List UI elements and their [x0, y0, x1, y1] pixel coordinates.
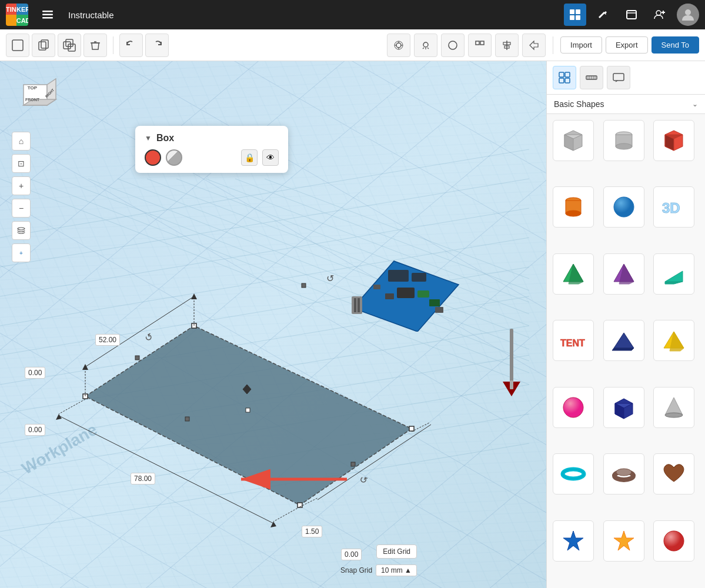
grid-panel-tab[interactable]: [553, 66, 576, 89]
shape-item-cube-blue[interactable]: [603, 387, 644, 428]
duplicate-button[interactable]: [58, 34, 81, 57]
svg-rect-101: [559, 78, 564, 83]
shape-item-star-yellow[interactable]: [603, 520, 644, 562]
depth-dimension[interactable]: 1.50: [302, 526, 322, 537]
svg-marker-128: [665, 271, 683, 282]
shape-item-text-tent[interactable]: TENT: [553, 320, 594, 361]
layers-button[interactable]: [12, 221, 31, 240]
zoom-in-button[interactable]: +: [12, 176, 31, 195]
svg-rect-83: [354, 298, 356, 312]
svg-rect-100: [565, 72, 570, 77]
menu-button[interactable]: [36, 4, 59, 26]
main-toolbar: Import Export Send To: [0, 29, 705, 61]
svg-point-98: [18, 228, 25, 230]
ground-level[interactable]: 0.00: [341, 549, 362, 560]
shape-item-wedge-teal[interactable]: [653, 253, 694, 295]
toolbar-separator-1: [113, 36, 113, 54]
tools-button[interactable]: [592, 4, 614, 26]
add-plane-button[interactable]: +: [12, 243, 31, 262]
shape-item-sphere-pink[interactable]: [553, 387, 594, 428]
align-button[interactable]: [495, 34, 519, 57]
app-logo[interactable]: TIN KER CAD: [6, 4, 28, 26]
color-row: 🔒 👁: [145, 149, 279, 166]
svg-rect-13: [64, 42, 71, 49]
shape-item-donut-brown[interactable]: [603, 453, 644, 495]
redo-button[interactable]: [145, 34, 169, 57]
user-avatar[interactable]: [677, 4, 699, 26]
app-title: Instructable: [68, 10, 114, 20]
snap-button[interactable]: [468, 34, 492, 57]
import-button[interactable]: Import: [560, 36, 602, 54]
popup-shape-title: Box: [156, 133, 174, 143]
undo-button[interactable]: [119, 34, 143, 57]
camera-view-button[interactable]: [387, 34, 410, 57]
shape-item-heart[interactable]: [653, 453, 694, 495]
toolbar-separator-2: [553, 36, 553, 54]
svg-rect-78: [397, 288, 415, 298]
ruler-panel-tab[interactable]: [580, 66, 603, 89]
flip-button[interactable]: [522, 34, 546, 57]
svg-rect-1: [42, 14, 53, 16]
svg-point-122: [614, 197, 634, 217]
shape-item-pyramid-purple[interactable]: [603, 253, 644, 295]
z-position-left[interactable]: 0.00: [25, 367, 45, 379]
light-button[interactable]: [414, 34, 437, 57]
shape-item-sphere-blue[interactable]: [603, 186, 644, 228]
shape-item-box-gray[interactable]: [553, 120, 594, 161]
comment-panel-tab[interactable]: [607, 66, 630, 89]
svg-rect-76: [388, 270, 409, 282]
add-user-button[interactable]: [649, 4, 671, 26]
files-button[interactable]: [620, 4, 643, 26]
hole-color-button[interactable]: [166, 149, 182, 166]
zoom-out-button[interactable]: −: [12, 199, 31, 218]
shape-item-cylinder-gray[interactable]: [603, 120, 644, 161]
svg-point-121: [566, 211, 581, 216]
logo-cad: CAD: [16, 15, 28, 26]
3d-viewport[interactable]: Workplane: [0, 61, 546, 588]
grid-view-button[interactable]: [564, 4, 586, 26]
edit-grid-button[interactable]: Edit Grid: [376, 544, 417, 559]
copy-button[interactable]: [32, 34, 55, 57]
shape-popup: ▼ Box 🔒 👁: [135, 126, 288, 173]
shape-item-text-3d[interactable]: 3D: [653, 186, 694, 228]
shape-item-star-blue[interactable]: [553, 520, 594, 562]
new-button[interactable]: [6, 34, 29, 57]
lock-button[interactable]: 🔒: [241, 149, 258, 166]
shape-category-selector[interactable]: Basic Shapes ⌄: [547, 95, 705, 114]
shape-item-sphere-red[interactable]: [653, 520, 694, 562]
shape-item-pyramid-green[interactable]: [553, 253, 594, 295]
snap-grid-control: Snap Grid 10 mm ▲: [340, 564, 417, 576]
shape-item-box-red[interactable]: [653, 120, 694, 161]
popup-dropdown-arrow[interactable]: ▼: [145, 134, 152, 142]
shape-item-cylinder-orange[interactable]: [553, 186, 594, 228]
view-cube[interactable]: TOP FRONT RIGHT: [12, 73, 59, 120]
svg-rect-81: [373, 285, 380, 289]
visibility-button[interactable]: 👁: [262, 149, 279, 166]
export-button[interactable]: Export: [606, 36, 648, 54]
height-dimension[interactable]: 78.00: [131, 473, 155, 485]
left-controls: ⌂ ⊡ + − +: [12, 132, 31, 262]
svg-rect-86: [435, 307, 443, 313]
main-area: Workplane: [0, 61, 705, 588]
shape-item-prism-blue[interactable]: [603, 320, 644, 361]
shape-item-cone-gray[interactable]: [653, 387, 694, 428]
svg-point-135: [563, 397, 583, 417]
delete-button[interactable]: [83, 34, 107, 57]
width-dimension[interactable]: 52.00: [95, 334, 120, 346]
svg-text:TENT: TENT: [560, 338, 585, 348]
shape-item-pyramid-yellow[interactable]: [653, 320, 694, 361]
svg-point-9: [685, 9, 691, 15]
svg-rect-15: [68, 44, 75, 51]
logo-tin: TIN: [6, 4, 16, 15]
send-to-button[interactable]: Send To: [651, 36, 699, 54]
z-position-bottom[interactable]: 0.00: [25, 424, 45, 436]
shape-outline-button[interactable]: [441, 34, 465, 57]
shape-item-torus[interactable]: [553, 453, 594, 495]
height-ruler: [503, 329, 520, 399]
svg-point-18: [423, 42, 428, 47]
fit-button[interactable]: ⊡: [12, 154, 31, 173]
home-button[interactable]: ⌂: [12, 132, 31, 151]
snap-grid-value[interactable]: 10 mm ▲: [376, 564, 417, 576]
svg-text:3D: 3D: [662, 200, 680, 216]
solid-color-button[interactable]: [145, 149, 161, 166]
